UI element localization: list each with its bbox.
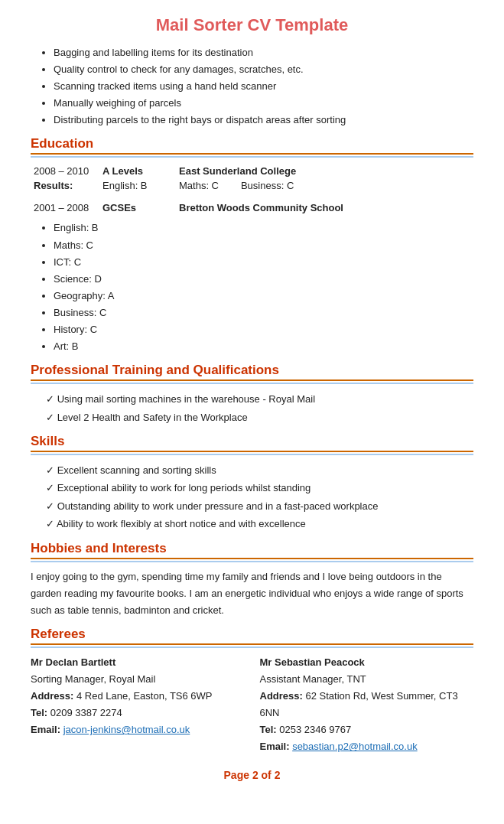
intro-bullet-1: Bagging and labelling items for its dest… — [54, 44, 473, 61]
referee-1-address-value: 4 Red Lane, Easton, TS6 6WP — [76, 690, 213, 702]
page-footer: Page 2 of 2 — [31, 769, 473, 781]
referee-2-tel-value: 0253 2346 9767 — [279, 724, 351, 735]
hobbies-heading: Hobbies and Interests — [31, 541, 473, 556]
hobbies-divider-bottom — [31, 561, 473, 562]
gcse-7: History: C — [54, 321, 473, 338]
education-row-1: 2008 – 2010 A Levels East Sunderland Col… — [31, 164, 473, 178]
referees-divider-bottom — [31, 646, 473, 648]
referee-1-name: Mr Declan Bartlett — [31, 654, 245, 671]
education-divider-bottom — [31, 156, 473, 158]
referee-2-address-label: Address: — [260, 690, 303, 702]
education-divider-top — [31, 153, 473, 155]
skills-divider-bottom — [31, 454, 473, 455]
skill-4: Ability to work flexibly at short notice… — [46, 515, 473, 533]
referee-1-email: Email: jacon-jenkins@hotmail.co.uk — [31, 721, 245, 738]
training-heading: Professional Training and Qualifications — [31, 363, 473, 378]
skill-3: Outstanding ability to work under pressu… — [46, 497, 473, 515]
referee-1: Mr Declan Bartlett Sorting Manager, Roya… — [31, 654, 245, 756]
education-table: 2008 – 2010 A Levels East Sunderland Col… — [31, 164, 473, 215]
referee-1-title: Sorting Manager, Royal Mail — [31, 671, 245, 688]
edu-results-detail: English: B — [99, 178, 176, 193]
gcse-1: English: B — [54, 220, 473, 236]
hobbies-divider-top — [31, 558, 473, 559]
training-item-2: Level 2 Health and Safety in the Workpla… — [46, 409, 473, 426]
edu-results-label: Results: — [31, 178, 99, 193]
skills-divider-top — [31, 451, 473, 452]
education-row-gcse: 2001 – 2008 GCSEs Bretton Woods Communit… — [31, 200, 473, 215]
referee-2: Mr Sebastian Peacock Assistant Manager, … — [260, 654, 474, 756]
referee-1-tel: Tel: 0209 3387 2274 — [31, 705, 245, 721]
gcse-3: ICT: C — [54, 254, 473, 271]
referee-2-name: Mr Sebastian Peacock — [260, 654, 474, 671]
referees-heading: Referees — [31, 627, 473, 642]
page-title: Mail Sorter CV Template — [31, 15, 473, 35]
edu-years-2: 2001 – 2008 — [31, 200, 99, 215]
referees-row: Mr Declan Bartlett Sorting Manager, Roya… — [31, 654, 473, 756]
gcse-6: Business: C — [54, 305, 473, 321]
education-heading: Education — [31, 136, 473, 151]
intro-bullet-5: Distributing parcels to the right bays o… — [54, 112, 473, 129]
gcse-2: Maths: C — [54, 237, 473, 254]
skill-1: Excellent scanning and sorting skills — [46, 461, 473, 479]
edu-years-1: 2008 – 2010 — [31, 164, 99, 178]
skills-heading: Skills — [31, 434, 473, 449]
referee-2-tel-label: Tel: — [260, 724, 277, 735]
edu-inst-2: Bretton Woods Community School — [176, 200, 473, 215]
skill-2: Exceptional ability to work for long per… — [46, 479, 473, 497]
gcse-8: Art: B — [54, 338, 473, 355]
education-row-1b: Results: English: B Maths: C Business: C — [31, 178, 473, 193]
intro-bullet-3: Scanning tracked items using a hand held… — [54, 78, 473, 95]
hobbies-text: I enjoy going to the gym, spending time … — [31, 568, 473, 619]
intro-bullet-4: Manually weighing of parcels — [54, 95, 473, 112]
skills-list: Excellent scanning and sorting skills Ex… — [46, 461, 473, 533]
gcse-5: Geography: A — [54, 288, 473, 305]
referee-1-address-label: Address: — [31, 690, 73, 702]
gcse-4: Science: D — [54, 271, 473, 288]
training-item-1: Using mail sorting machines in the wareh… — [46, 390, 473, 408]
referee-1-email-link[interactable]: jacon-jenkins@hotmail.co.uk — [63, 724, 190, 735]
referee-2-tel: Tel: 0253 2346 9767 — [260, 721, 474, 738]
training-divider-bottom — [31, 383, 473, 384]
edu-qual-1: A Levels — [99, 164, 176, 178]
training-divider-top — [31, 379, 473, 381]
referee-2-title: Assistant Manager, TNT — [260, 671, 474, 688]
referee-2-address: Address: 62 Station Rd, West Summer, CT3… — [260, 688, 474, 721]
referee-1-address: Address: 4 Red Lane, Easton, TS6 6WP — [31, 688, 245, 705]
intro-bullet-list: Bagging and labelling items for its dest… — [54, 44, 473, 129]
gcse-list: English: B Maths: C ICT: C Science: D Ge… — [54, 220, 473, 355]
edu-results-extra: Maths: C Business: C — [176, 178, 473, 193]
intro-bullet-2: Quality control to check for any damages… — [54, 61, 473, 78]
referees-divider-top — [31, 643, 473, 645]
referee-1-tel-label: Tel: — [31, 707, 47, 718]
referee-2-email: Email: sebastian.p2@hotmail.co.uk — [260, 738, 474, 755]
referee-2-email-label: Email: — [260, 741, 290, 752]
referee-1-email-label: Email: — [31, 724, 60, 735]
edu-inst-1: East Sunderland College — [176, 164, 473, 178]
training-list: Using mail sorting machines in the wareh… — [46, 390, 473, 426]
referee-2-email-link[interactable]: sebastian.p2@hotmail.co.uk — [292, 741, 418, 752]
edu-qual-2: GCSEs — [99, 200, 176, 215]
education-row-2 — [31, 193, 473, 200]
referee-1-tel-value: 0209 3387 2274 — [50, 707, 122, 718]
